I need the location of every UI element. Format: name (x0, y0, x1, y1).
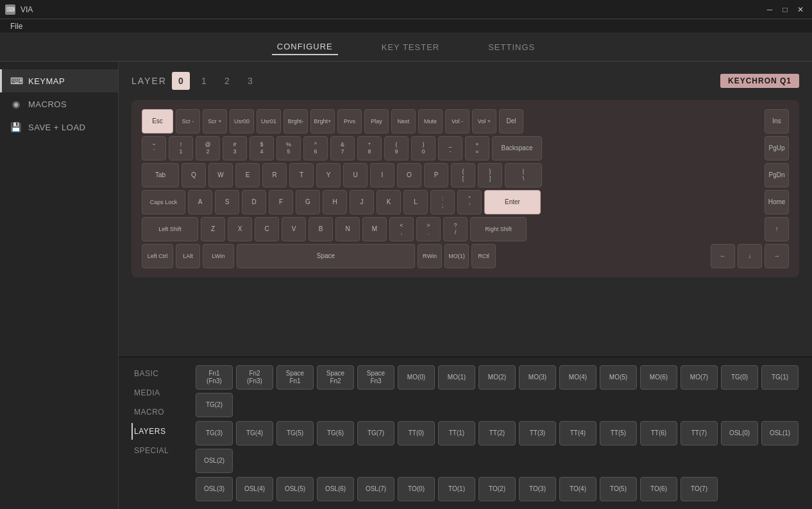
key-lwin[interactable]: LWin (203, 244, 234, 268)
cat-layers[interactable]: LAYERS (131, 423, 188, 440)
picker-key-0-6[interactable]: MO(1) (438, 365, 475, 390)
layer-btn-1[interactable]: 1 (195, 72, 213, 90)
layer-btn-2[interactable]: 2 (218, 72, 236, 90)
key-7[interactable]: &7 (330, 136, 355, 160)
key-pgup[interactable]: PgUp (765, 136, 789, 160)
key-g[interactable]: G (296, 190, 320, 214)
key-0[interactable]: )0 (411, 136, 436, 160)
key-d[interactable]: D (242, 190, 266, 214)
key-backspace[interactable]: Backspace (492, 136, 542, 160)
picker-key-1-11[interactable]: TT(6) (640, 421, 677, 445)
key-mo1[interactable]: MO(1) (444, 244, 469, 268)
picker-key-0-1[interactable]: Fn2 (Fn3) (236, 365, 273, 390)
key-rwin[interactable]: RWin (418, 244, 442, 268)
key-up[interactable]: ↑ (765, 217, 789, 241)
picker-key-2-3[interactable]: OSL(6) (317, 477, 354, 501)
key-f[interactable]: F (269, 190, 293, 214)
close-button[interactable]: ✕ (794, 3, 807, 16)
key-n[interactable]: N (335, 217, 360, 241)
key-u[interactable]: U (343, 163, 368, 187)
key-right-shift[interactable]: Right Shift (470, 217, 527, 241)
key-vol-minus[interactable]: Vol - (445, 109, 469, 134)
cat-media[interactable]: MEDIA (131, 384, 188, 401)
key-scr-plus[interactable]: Scr + (203, 109, 227, 134)
key-rbracket[interactable]: }] (478, 163, 502, 187)
key-enter[interactable]: Enter (484, 190, 541, 214)
key-scr-minus[interactable]: Scr - (176, 109, 200, 134)
key-backslash[interactable]: |\ (505, 163, 542, 187)
key-brght-minus[interactable]: Brght- (283, 109, 308, 134)
key-down[interactable]: ↓ (738, 244, 762, 268)
picker-key-2-9[interactable]: TO(4) (559, 477, 596, 501)
tab-configure[interactable]: CONFIGURE (272, 39, 338, 55)
picker-key-1-9[interactable]: TT(4) (559, 421, 596, 445)
tab-settings[interactable]: SETTINGS (483, 40, 540, 55)
picker-key-0-5[interactable]: MO(0) (398, 365, 435, 390)
picker-key-2-12[interactable]: TO(7) (681, 477, 718, 501)
key-capslock[interactable]: Caps Lock (142, 190, 185, 214)
key-play[interactable]: Play (364, 109, 389, 134)
key-m[interactable]: M (362, 217, 387, 241)
tab-key-tester[interactable]: KEY TESTER (376, 40, 444, 55)
picker-key-0-14[interactable]: TG(1) (761, 365, 799, 390)
sidebar-item-keymap[interactable]: ⌨ KEYMAP (0, 69, 118, 92)
layer-btn-3[interactable]: 3 (241, 72, 259, 90)
picker-key-2-0[interactable]: OSL(3) (196, 477, 233, 501)
key-t[interactable]: T (289, 163, 314, 187)
key-s[interactable]: S (215, 190, 239, 214)
key-semicolon[interactable]: :; (430, 190, 455, 214)
minimize-button[interactable]: ─ (763, 3, 776, 16)
key-5[interactable]: %5 (276, 136, 301, 160)
picker-key-0-3[interactable]: Space Fn2 (317, 365, 354, 390)
picker-key-1-6[interactable]: TT(1) (438, 421, 475, 445)
key-ins[interactable]: Ins (765, 109, 789, 134)
key-pgdn[interactable]: PgDn (765, 163, 789, 187)
key-9[interactable]: (9 (384, 136, 409, 160)
key-del[interactable]: Del (499, 109, 523, 134)
key-equals[interactable]: += (465, 136, 489, 160)
picker-key-1-5[interactable]: TT(0) (398, 421, 435, 445)
key-right[interactable]: → (765, 244, 789, 268)
picker-key-0-11[interactable]: MO(6) (640, 365, 677, 390)
cat-basic[interactable]: BASIC (131, 365, 188, 382)
key-left[interactable]: ← (711, 244, 735, 268)
key-space[interactable]: Space (237, 244, 415, 268)
picker-key-1-13[interactable]: OSL(0) (721, 421, 758, 445)
key-1[interactable]: !1 (169, 136, 193, 160)
key-quote[interactable]: "' (457, 190, 482, 214)
key-j[interactable]: J (350, 190, 374, 214)
key-3[interactable]: #3 (223, 136, 247, 160)
picker-key-0-2[interactable]: Space Fn1 (276, 365, 314, 390)
picker-key-2-5[interactable]: TO(0) (398, 477, 435, 501)
key-lalt[interactable]: LAlt (176, 244, 200, 268)
key-usr01[interactable]: Usr01 (257, 109, 281, 134)
picker-key-0-0[interactable]: Fn1 (Fn3) (196, 365, 233, 390)
picker-key-0-10[interactable]: MO(5) (600, 365, 637, 390)
key-2[interactable]: @2 (196, 136, 220, 160)
key-i[interactable]: I (370, 163, 394, 187)
picker-key-0-9[interactable]: MO(4) (559, 365, 596, 390)
key-home[interactable]: Home (765, 190, 789, 214)
picker-key-1-12[interactable]: TT(7) (681, 421, 718, 445)
sidebar-item-macros[interactable]: ◉ MACROS (0, 92, 118, 116)
picker-key-2-1[interactable]: OSL(4) (236, 477, 273, 501)
picker-key-2-4[interactable]: OSL(7) (357, 477, 394, 501)
key-mute[interactable]: Mute (418, 109, 443, 134)
picker-key-2-11[interactable]: TO(6) (640, 477, 677, 501)
key-slash[interactable]: ?/ (443, 217, 468, 241)
key-4[interactable]: $4 (250, 136, 274, 160)
key-next[interactable]: Next (391, 109, 416, 134)
key-y[interactable]: Y (316, 163, 341, 187)
key-esc[interactable]: Esc (142, 109, 173, 134)
key-z[interactable]: Z (201, 217, 225, 241)
key-rctl[interactable]: RCtl (471, 244, 496, 268)
key-minus[interactable]: _- (438, 136, 462, 160)
picker-key-2-10[interactable]: TO(5) (600, 477, 637, 501)
picker-key-1-14[interactable]: OSL(1) (761, 421, 799, 445)
picker-key-1-2[interactable]: TG(5) (276, 421, 314, 445)
key-6[interactable]: ^6 (303, 136, 328, 160)
picker-key-2-7[interactable]: TO(2) (478, 477, 516, 501)
key-h[interactable]: H (323, 190, 347, 214)
key-brght-plus[interactable]: Brght+ (310, 109, 335, 134)
key-r[interactable]: R (262, 163, 287, 187)
